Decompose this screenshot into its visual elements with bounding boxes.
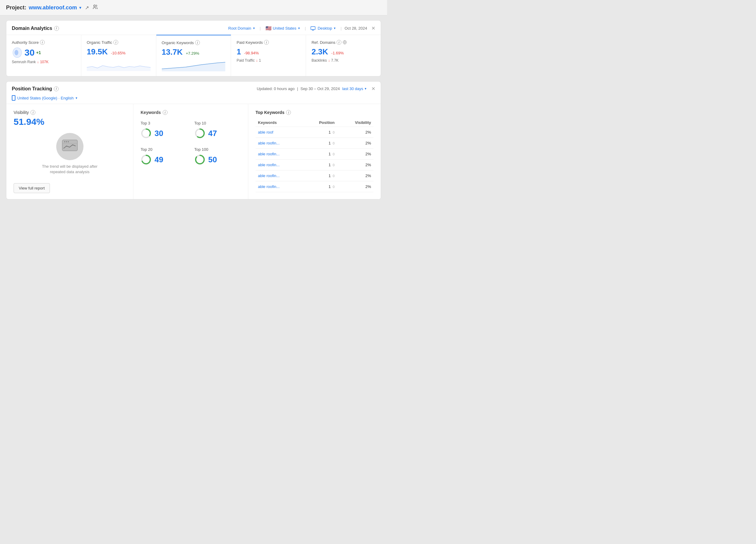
top-kw-row: able roofin... 1 0 2%	[256, 171, 373, 181]
pt-sub-header[interactable]: United States (Google) · English ▾	[6, 94, 381, 104]
ref-domains-change: -1.69%	[331, 51, 344, 55]
authority-score-change: +1	[36, 50, 41, 55]
ref-domains-info-icon[interactable]: i	[337, 40, 341, 45]
top10-label: Top 10	[194, 121, 241, 125]
semrush-arrow: ↓	[37, 60, 39, 64]
trend-chart-icon	[62, 139, 78, 154]
top100-label: Top 100	[194, 147, 241, 152]
kw-position-cell: 1 0	[301, 138, 337, 149]
keywords-info-icon[interactable]: i	[163, 110, 168, 115]
kw-visibility-cell: 2%	[337, 127, 373, 138]
view-full-report-btn[interactable]: View full report	[14, 183, 50, 193]
pt-date-range: Sep 30 – Oct 29, 2024	[301, 86, 340, 91]
top3-value-row: 30	[141, 128, 187, 139]
country-chevron: ▾	[298, 26, 300, 30]
kw-position-change: 0	[333, 131, 334, 134]
device-btn[interactable]: Desktop ▾	[309, 25, 337, 31]
us-flag-icon: 🇺🇸	[266, 25, 272, 31]
paid-keywords-label: Paid Keywords i	[236, 40, 300, 45]
paid-keywords-value: 1	[236, 47, 241, 56]
kw-position-change: 0	[333, 185, 334, 189]
top-kw-row: able roofin... 1 0 2%	[256, 181, 373, 192]
trend-text: The trend will be displayed after repeat…	[37, 164, 103, 175]
kw-keyword-cell[interactable]: able roofin...	[256, 171, 301, 181]
organic-keywords-info-icon[interactable]: i	[195, 40, 200, 45]
da-controls: Root Domain ▾ | 🇺🇸 United States ▾ | Des…	[226, 25, 375, 32]
svg-rect-1	[311, 27, 315, 30]
top-kw-row: able roofin... 1 0 2%	[256, 149, 373, 160]
users-icon[interactable]	[93, 4, 98, 11]
organic-traffic-info-icon[interactable]: i	[113, 40, 118, 45]
kw-position-cell: 1 0	[301, 171, 337, 181]
authority-shield-icon	[12, 47, 23, 58]
authority-info-icon[interactable]: i	[40, 40, 45, 45]
organic-traffic-change: -10.65%	[111, 51, 125, 55]
da-date: Oct 28, 2024	[345, 26, 367, 31]
pt-left-panel: Visibility i 51.94% The trend will be di…	[6, 104, 133, 199]
pt-period-chevron: ▾	[365, 87, 367, 91]
svg-point-22	[196, 155, 204, 164]
visibility-value: 51.94%	[14, 117, 126, 127]
kw-keyword-cell[interactable]: able roofin...	[256, 149, 301, 160]
paid-traffic-sub: Paid Traffic ↓ 1	[236, 58, 300, 63]
paid-keywords-info-icon[interactable]: i	[264, 40, 269, 45]
svg-point-13	[68, 141, 69, 142]
header: Project: www.ableroof.com ▾ ↗	[0, 0, 387, 15]
external-link-icon[interactable]: ↗	[85, 5, 89, 11]
root-domain-btn[interactable]: Root Domain ▾	[226, 25, 257, 31]
top10-number: 47	[208, 129, 217, 138]
pt-body: Visibility i 51.94% The trend will be di…	[6, 104, 381, 199]
svg-marker-7	[162, 62, 226, 71]
ref-domains-label: Ref. Domains i	[311, 40, 375, 45]
project-url[interactable]: www.ableroof.com	[29, 5, 77, 11]
organic-keywords-sparkline	[162, 59, 226, 71]
authority-value-row: 30 +1	[12, 47, 76, 58]
da-close-btn[interactable]: ✕	[371, 25, 375, 31]
mobile-icon	[12, 95, 15, 101]
pt-info-icon[interactable]: i	[54, 86, 59, 91]
organic-traffic-cell: Organic Traffic i 19.5K -10.65%	[81, 35, 156, 76]
top-kw-title: Top Keywords i	[256, 110, 373, 115]
paid-keywords-cell: Paid Keywords i 1 -98.94% Paid Traffic ↓…	[231, 35, 306, 76]
country-btn[interactable]: 🇺🇸 United States ▾	[264, 25, 302, 32]
kw-keyword-cell[interactable]: able roofin...	[256, 138, 301, 149]
top20-number: 49	[155, 155, 163, 165]
position-tracking-card: Position Tracking i Updated: 0 hours ago…	[6, 81, 381, 200]
ref-domains-value: 2.3K	[311, 47, 328, 56]
organic-traffic-value-row: 19.5K -10.65%	[87, 47, 151, 57]
kw-position-cell: 1 0	[301, 181, 337, 192]
separator3: |	[341, 26, 341, 31]
kw-visibility-cell: 2%	[337, 171, 373, 181]
pt-period-btn[interactable]: last 30 days ▾	[342, 86, 367, 91]
paid-traffic-arrow: ↓	[256, 58, 258, 63]
svg-point-5	[15, 50, 18, 55]
project-dropdown-icon[interactable]: ▾	[79, 5, 81, 10]
backlinks-sub: Backlinks ↓ 7.7K	[311, 58, 375, 63]
kw-position-cell: 1 0	[301, 160, 337, 171]
organic-keywords-change: +7.29%	[186, 51, 199, 56]
svg-point-12	[66, 141, 67, 142]
da-header: Domain Analytics i Root Domain ▾ | 🇺🇸 Un…	[6, 21, 381, 35]
top100-item: Top 100 50	[194, 147, 241, 165]
top-keywords-table: Keywords Position Visibility able roof 1…	[256, 119, 373, 192]
top-kw-info-icon[interactable]: i	[286, 110, 291, 115]
kw-keyword-cell[interactable]: able roofin...	[256, 181, 301, 192]
project-label: Project:	[6, 5, 26, 11]
top100-donut	[194, 154, 205, 165]
kw-keyword-cell[interactable]: able roof	[256, 127, 301, 138]
kw-keyword-cell[interactable]: able roofin...	[256, 160, 301, 171]
top20-donut	[141, 154, 152, 165]
da-info-icon[interactable]: i	[54, 26, 59, 31]
visibility-info-icon[interactable]: i	[31, 110, 35, 115]
keywords-title: Keywords i	[141, 110, 241, 115]
pt-header: Position Tracking i Updated: 0 hours ago…	[6, 82, 381, 94]
ref-domains-globe-icon	[343, 40, 347, 44]
top20-item: Top 20 49	[141, 147, 187, 165]
pt-close-btn[interactable]: ✕	[371, 86, 375, 92]
svg-marker-6	[87, 66, 151, 71]
authority-score-value: 30	[24, 47, 34, 58]
organic-traffic-sparkline	[87, 59, 151, 71]
pt-title: Position Tracking i	[12, 86, 59, 92]
kw-visibility-cell: 2%	[337, 160, 373, 171]
top3-label: Top 3	[141, 121, 187, 125]
